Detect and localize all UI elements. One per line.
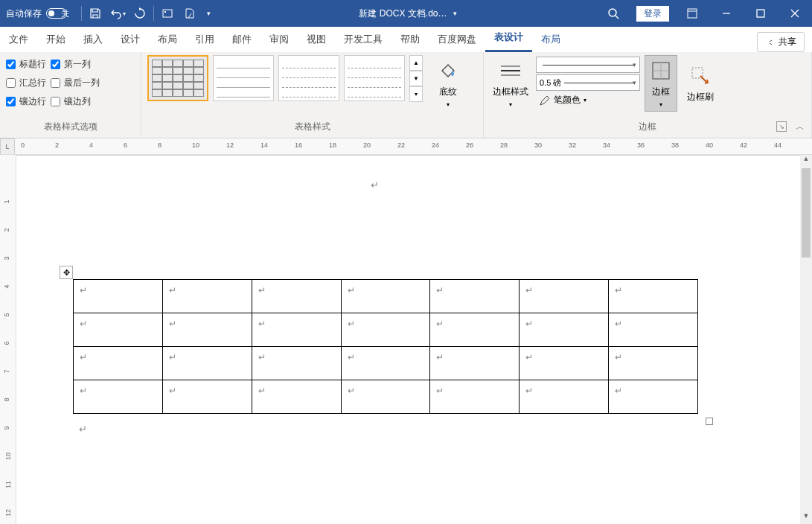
table-cell[interactable]: ↵ xyxy=(609,380,698,414)
table-cell[interactable]: ↵ xyxy=(252,380,341,414)
table-style-gallery: ▲ ▼ ▾ xyxy=(147,55,423,102)
table-cell[interactable]: ↵ xyxy=(341,347,430,380)
ruler-tick: 5 xyxy=(3,313,10,316)
gallery-up-button[interactable]: ▲ xyxy=(409,55,423,71)
gallery-more-button[interactable]: ▾ xyxy=(409,86,423,102)
table-move-handle[interactable]: ✥ xyxy=(60,266,73,279)
ruler-tick: 11 xyxy=(4,481,12,488)
table-cell[interactable]: ↵ xyxy=(430,313,520,347)
table-style-thumb[interactable] xyxy=(213,55,274,101)
gallery-down-button[interactable]: ▼ xyxy=(409,71,423,86)
undo-button[interactable]: ▾ xyxy=(107,3,128,24)
tab-layout[interactable]: 布局 xyxy=(149,27,186,52)
share-label: 共享 xyxy=(779,36,796,48)
pen-color-button[interactable]: 笔颜色 ▾ xyxy=(536,92,640,108)
table-cell[interactable]: ↵ xyxy=(162,313,252,347)
dialog-launcher-button[interactable]: ↘ xyxy=(776,121,787,132)
line-style-combo[interactable] xyxy=(536,57,640,73)
tab-home[interactable]: 开始 xyxy=(37,27,74,52)
scroll-up-button[interactable]: ▲ xyxy=(800,155,812,167)
line-weight-combo[interactable]: 0.5 磅 xyxy=(536,74,640,91)
paragraph-mark-icon: ↵ xyxy=(258,319,266,329)
tab-review[interactable]: 审阅 xyxy=(260,27,298,52)
qat-button[interactable] xyxy=(157,3,178,24)
table-cell[interactable]: ↵ xyxy=(341,313,430,347)
shading-button[interactable]: 底纹 ▾ xyxy=(427,55,469,112)
table-cell[interactable]: ↵ xyxy=(520,380,609,414)
tab-file[interactable]: 文件 xyxy=(0,27,37,52)
qat-button[interactable] xyxy=(179,3,200,24)
autosave-toggle[interactable]: 自动保存 关 xyxy=(0,7,75,20)
tab-devtools[interactable]: 开发工具 xyxy=(335,27,391,52)
table-cell[interactable]: ↵ xyxy=(609,313,698,347)
group-label: 边框 xyxy=(490,119,805,136)
table-cell[interactable]: ↵ xyxy=(430,347,520,380)
table-cell[interactable]: ↵ xyxy=(609,280,698,313)
table-cell[interactable]: ↵ xyxy=(74,313,163,347)
collapse-ribbon-button[interactable]: ︿ xyxy=(796,121,805,133)
tab-table-design[interactable]: 表设计 xyxy=(485,25,532,52)
table-style-thumb[interactable] xyxy=(147,55,208,101)
table-cell[interactable]: ↵ xyxy=(520,347,609,380)
tab-help[interactable]: 帮助 xyxy=(391,27,429,52)
tab-references[interactable]: 引用 xyxy=(186,27,223,52)
table-cell[interactable]: ↵ xyxy=(162,280,252,313)
horizontal-ruler[interactable]: L 02468101214161820222426283032343638404… xyxy=(0,138,812,155)
table-cell[interactable]: ↵ xyxy=(74,380,163,414)
ruler-corner[interactable]: L xyxy=(0,138,15,155)
tab-table-layout[interactable]: 布局 xyxy=(532,27,569,52)
border-styles-button[interactable]: 边框样式 ▾ xyxy=(490,55,531,112)
ribbon-tabs: 文件 开始 插入 设计 布局 引用 邮件 审阅 视图 开发工具 帮助 百度网盘 … xyxy=(0,27,812,52)
chk-last-col[interactable]: 最后一列 xyxy=(51,77,100,89)
tab-mail[interactable]: 邮件 xyxy=(223,27,260,52)
borders-button[interactable]: 边框 ▾ xyxy=(645,55,677,112)
chk-banded-col[interactable]: 镶边列 xyxy=(51,95,100,108)
minimize-button[interactable] xyxy=(709,0,744,27)
chk-first-col[interactable]: 第一列 xyxy=(51,58,100,71)
share-button[interactable]: 共享 xyxy=(757,32,805,52)
table-cell[interactable]: ↵ xyxy=(74,347,163,380)
vertical-scrollbar[interactable]: ▲ ▼ xyxy=(800,155,812,524)
ribbon-options-button[interactable] xyxy=(675,0,709,27)
table-cell[interactable]: ↵ xyxy=(520,280,609,313)
table-style-thumb[interactable] xyxy=(344,55,405,101)
chk-header-row[interactable]: 标题行 xyxy=(6,58,46,71)
table-cell[interactable]: ↵ xyxy=(74,280,163,313)
table-cell[interactable]: ↵ xyxy=(341,280,430,313)
document-area[interactable]: ↵ ✥ ↵ ↵ ↵ ↵ ↵ ↵ ↵ ↵ ↵ ↵ ↵ ↵ ↵ ↵ ↵ xyxy=(16,155,800,524)
search-button[interactable] xyxy=(596,0,630,27)
tab-baidu[interactable]: 百度网盘 xyxy=(429,27,485,52)
gallery-spinner: ▲ ▼ ▾ xyxy=(409,55,423,102)
vertical-ruler[interactable]: 123456789101112 xyxy=(0,155,16,524)
ruler-tick: 18 xyxy=(329,141,336,149)
tab-design[interactable]: 设计 xyxy=(112,27,149,52)
chk-banded-row[interactable]: 镶边行 xyxy=(6,95,46,108)
tab-view[interactable]: 视图 xyxy=(298,27,335,52)
document-table[interactable]: ↵ ↵ ↵ ↵ ↵ ↵ ↵ ↵ ↵ ↵ ↵ ↵ ↵ ↵ ↵ ↵ ↵ ↵ xyxy=(73,279,698,414)
table-cell[interactable]: ↵ xyxy=(341,380,430,414)
table-resize-handle[interactable] xyxy=(706,418,713,425)
chk-total-row[interactable]: 汇总行 xyxy=(6,77,46,89)
table-cell[interactable]: ↵ xyxy=(252,280,341,313)
table-cell[interactable]: ↵ xyxy=(430,280,520,313)
table-cell[interactable]: ↵ xyxy=(520,313,609,347)
table-cell[interactable]: ↵ xyxy=(609,347,698,380)
table-cell[interactable]: ↵ xyxy=(430,380,520,414)
table-cell[interactable]: ↵ xyxy=(162,380,252,414)
save-button[interactable] xyxy=(85,3,106,24)
close-button[interactable] xyxy=(778,0,812,27)
tab-insert[interactable]: 插入 xyxy=(74,27,112,52)
login-button[interactable]: 登录 xyxy=(636,6,669,22)
maximize-button[interactable] xyxy=(744,0,778,27)
table-cell[interactable]: ↵ xyxy=(252,313,341,347)
table-cell[interactable]: ↵ xyxy=(252,347,341,380)
table-style-thumb[interactable] xyxy=(278,55,339,101)
border-painter-button[interactable]: 边框刷 xyxy=(682,55,719,112)
paragraph-mark-icon: ↵ xyxy=(436,352,444,362)
title-dropdown-icon[interactable]: ▾ xyxy=(453,10,457,17)
table-cell[interactable]: ↵ xyxy=(162,347,252,380)
customize-qat-button[interactable]: ▾ xyxy=(202,3,215,24)
scrollbar-thumb[interactable] xyxy=(802,168,811,258)
redo-button[interactable] xyxy=(130,3,150,24)
scroll-down-button[interactable]: ▼ xyxy=(800,512,812,524)
